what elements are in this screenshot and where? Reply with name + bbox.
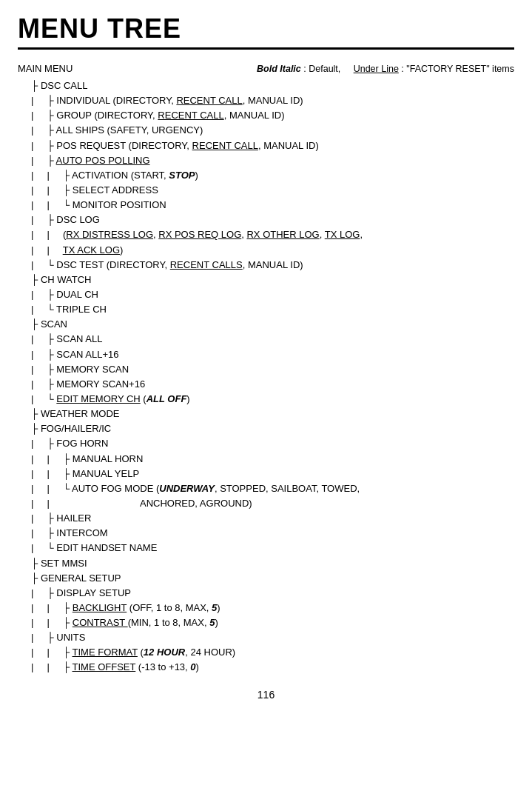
tree-text-normal: SELECT ADDRESS [73, 184, 158, 196]
tree-text-normal: ) [196, 661, 199, 672]
legend-factory: : "FACTORY RESET" items [401, 64, 514, 74]
tree-line: | | └ AUTO FOG MODE (UNDERWAY, STOPPED, … [18, 481, 514, 496]
tree-line: | ├ MEMORY SCAN+16 [18, 377, 514, 392]
tree-text-normal: DSC CALL [41, 80, 88, 91]
tree-indent: | ├ [18, 289, 56, 300]
tree-indent: ├ [18, 558, 41, 569]
tree-text-normal: ) [186, 393, 189, 404]
tree-text-bold-italic: 0 [190, 661, 195, 672]
tree-indent: | ├ [18, 587, 56, 598]
tree-text-normal: MEMORY SCAN+16 [56, 378, 145, 390]
tree-indent: | | ├ [18, 453, 73, 464]
tree-indent: | ├ [18, 124, 56, 136]
tree-indent: | ├ [18, 527, 56, 538]
tree-line: | ├ DUAL CH [18, 287, 514, 302]
tree-text-normal: DSC LOG [56, 214, 100, 225]
tree-text-normal: ( [141, 393, 147, 404]
tree-line: ├ WEATHER MODE [18, 407, 514, 421]
tree-text-normal: , MANUAL ID) [243, 95, 303, 106]
tree-line: | | ├ ACTIVATION (START, STOP) [18, 168, 514, 183]
tree-line: | ├ HAILER [18, 511, 514, 526]
tree-line: | ├ FOG HORN [18, 436, 514, 451]
tree-text-normal: GROUP (DIRECTORY, [56, 110, 158, 121]
tree-indent: | | └ [18, 199, 73, 210]
tree-line: | ├ ALL SHIPS (SAFETY, URGENCY) [18, 123, 514, 138]
legend-underline: Under Line [354, 64, 399, 74]
tree-line: | └ DSC TEST (DIRECTORY, RECENT CALLS, M… [18, 258, 514, 273]
tree-text-normal: MEMORY SCAN [56, 364, 129, 375]
tree-text-normal: DUAL CH [56, 289, 98, 300]
tree-indent: | ├ [18, 333, 56, 344]
tree-text-bold-italic: STOP [169, 170, 195, 181]
tree-line: | └ EDIT MEMORY CH (ALL OFF) [18, 392, 514, 407]
tree-line: | ├ GROUP (DIRECTORY, RECENT CALL, MANUA… [18, 108, 514, 123]
tree-text-normal: INTERCOM [56, 527, 107, 538]
tree-line: ├ GENERAL SETUP [18, 571, 514, 586]
tree-indent: | ├ [18, 378, 56, 390]
tree-indent: | └ [18, 259, 56, 270]
tree-text-bold-italic: 12 HOUR [144, 647, 185, 658]
tree-text-underline: BACKLIGHT [73, 602, 127, 613]
tree-line: | | ├ MANUAL YELP [18, 467, 514, 481]
tree-text-normal: ) [215, 617, 218, 628]
tree-text-underline: TIME OFFSET [73, 661, 136, 672]
tree-indent: | └ [18, 304, 56, 315]
tree-text-normal: INDIVIDUAL (DIRECTORY, [56, 95, 176, 106]
tree-indent: | | [18, 498, 140, 509]
tree-indent: | | [18, 229, 63, 240]
tree-line: | | ├ TIME OFFSET (-13 to +13, 0) [18, 660, 514, 675]
tree-text-normal: AUTO FOG MODE ( [72, 483, 159, 494]
tree-indent: | └ [18, 542, 56, 553]
tree-indent: | ├ [18, 155, 56, 166]
tree-indent: | | ├ [18, 184, 73, 196]
tree-indent: | ├ [18, 140, 56, 151]
main-label-row: MAIN MENU Bold Italic : Default, Under L… [18, 63, 514, 74]
tree-text-normal: , STOPPED, SAILBOAT, TOWED, [215, 483, 360, 494]
tree-text-normal: ) [120, 244, 123, 256]
tree-line: | ├ INTERCOM [18, 526, 514, 541]
tree-text-normal: (MIN, 1 to 8, MAX, [128, 617, 210, 628]
tree-indent: | ├ [18, 110, 56, 121]
tree-line: | | ├ CONTRAST (MIN, 1 to 8, MAX, 5) [18, 615, 514, 630]
tree-indent: | | └ [18, 483, 72, 494]
tree-line: | | ├ MANUAL HORN [18, 452, 514, 467]
tree-text-underline: AUTO POS POLLING [56, 155, 150, 166]
tree-line: ├ FOG/HAILER/IC [18, 421, 514, 436]
tree-text-normal: ( [138, 647, 144, 658]
tree-text-normal: MANUAL HORN [73, 453, 144, 464]
tree-text-normal: MONITOR POSITION [73, 199, 166, 210]
tree-line: | | ├ TIME FORMAT (12 HOUR, 24 HOUR) [18, 645, 514, 660]
tree-indent: ├ [18, 423, 41, 434]
tree-indent: | | ├ [18, 468, 73, 479]
tree-text-normal: ANCHORED, AGROUND) [140, 498, 252, 509]
tree-text-normal: , MANUAL ID) [243, 259, 303, 270]
tree-line: | | ├ SELECT ADDRESS [18, 183, 514, 198]
tree-text-underline: TX ACK LOG [63, 244, 120, 256]
tree-indent: | ├ [18, 512, 56, 524]
tree-line: | ├ DSC LOG [18, 213, 514, 227]
tree-text-normal: HAILER [56, 512, 91, 524]
tree-text-underline: RECENT CALLS [170, 259, 243, 270]
tree-indent: | ├ [18, 438, 56, 449]
title-underline [18, 47, 514, 50]
tree-indent: ├ [18, 274, 41, 285]
tree-line: | ├ POS REQUEST (DIRECTORY, RECENT CALL,… [18, 138, 514, 153]
tree-text-bold-italic: UNDERWAY [159, 483, 215, 494]
tree-text-normal: , [360, 229, 363, 240]
page-title: MENU TREE [18, 13, 514, 44]
tree-line: | ├ UNITS [18, 630, 514, 645]
tree-line: | | (RX DISTRESS LOG, RX POS REQ LOG, RX… [18, 227, 514, 242]
tree-indent: ├ [18, 80, 41, 91]
tree-line: | | └ MONITOR POSITION [18, 198, 514, 213]
legend-bold-italic: Bold Italic [257, 64, 301, 74]
tree-text-normal: DISPLAY SETUP [56, 587, 131, 598]
tree-line: ├ SCAN [18, 317, 514, 332]
tree-text-normal: POS REQUEST (DIRECTORY, [56, 140, 192, 151]
tree-line: | | ├ BACKLIGHT (OFF, 1 to 8, MAX, 5) [18, 601, 514, 615]
tree-text-normal: ) [217, 602, 220, 613]
tree-text-underline: CONTRAST [73, 617, 128, 628]
tree-text-normal: FOG/HAILER/IC [41, 423, 111, 434]
tree-text-normal: MANUAL YELP [73, 468, 139, 479]
tree-text-underline: RX DISTRESS LOG [66, 229, 153, 240]
tree-indent: ├ [18, 408, 41, 419]
